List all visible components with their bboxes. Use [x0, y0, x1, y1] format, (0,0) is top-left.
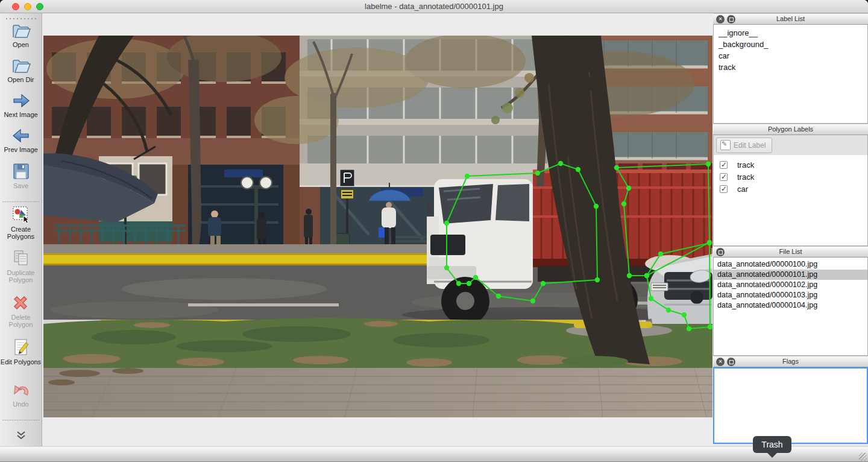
duplicate-documents-icon	[11, 248, 31, 268]
annotation-vertex[interactable]	[614, 165, 619, 170]
double-chevron-down-icon	[16, 432, 27, 442]
edit-label-button[interactable]: Edit Label	[716, 138, 772, 153]
file-list-item[interactable]: data_annotated/00000103.jpg	[714, 290, 867, 300]
resize-grip[interactable]	[859, 453, 867, 461]
panel-title: Flags	[713, 358, 868, 365]
toolbar-item-label: Duplicate Polygon	[1, 269, 42, 283]
create-polygons-icon	[11, 205, 31, 224]
toolbar-item-label: Undo	[1, 400, 42, 408]
polygon-label-row[interactable]: track	[714, 159, 867, 171]
window-title: labelme - data_annotated/00000101.jpg	[0, 2, 868, 11]
label-list-header[interactable]: Label List	[713, 13, 868, 25]
tooltip-tail	[767, 452, 778, 458]
file-list-item[interactable]: data_annotated/00000104.jpg	[714, 300, 867, 311]
annotation-vertex[interactable]	[535, 171, 540, 176]
visibility-checkbox[interactable]	[720, 161, 728, 169]
polygon-label-row[interactable]: car	[714, 183, 867, 195]
next-image-button[interactable]: Next Image	[0, 92, 42, 127]
annotation-vertex[interactable]	[626, 186, 631, 191]
undo-button[interactable]: Undo	[0, 381, 42, 417]
label-list-item[interactable]: _background_	[714, 39, 867, 51]
annotation-vertex[interactable]	[687, 326, 691, 331]
toolbar-separator	[2, 201, 39, 203]
save-button[interactable]: Save	[0, 162, 42, 199]
create-polygons-button[interactable]: Create Polygons	[0, 205, 42, 248]
prev-image-button[interactable]: Prev Image	[0, 127, 42, 162]
street-scene	[43, 36, 712, 417]
toolbar: Open Open Dir Next Image Prev Image	[0, 13, 42, 446]
visibility-checkbox[interactable]	[720, 173, 728, 181]
annotation-vertex[interactable]	[541, 281, 546, 286]
toolbar-item-label: Delete Polygon	[1, 314, 42, 328]
open-button[interactable]: Open	[0, 22, 42, 57]
file-list[interactable]: data_annotated/00000100.jpgdata_annotate…	[713, 258, 868, 356]
file-list-item[interactable]: data_annotated/00000101.jpg	[714, 270, 867, 280]
annotation-vertex[interactable]	[595, 277, 600, 282]
annotation-vertex[interactable]	[708, 324, 712, 329]
title-bar[interactable]: labelme - data_annotated/00000101.jpg	[0, 0, 868, 13]
toolbar-overflow-button[interactable]	[0, 431, 42, 443]
visibility-checkbox[interactable]	[720, 185, 728, 193]
annotation-vertex[interactable]	[576, 167, 580, 172]
annotation-vertex[interactable]	[682, 312, 687, 317]
toolbar-drag-handle[interactable]	[4, 14, 38, 22]
toolbar-item-label: Save	[1, 182, 42, 189]
polygon-label-text: track	[737, 160, 754, 169]
open-folder-icon	[11, 22, 31, 40]
duplicate-polygon-button[interactable]: Duplicate Polygon	[0, 248, 42, 293]
edit-page-pencil-icon	[11, 338, 31, 357]
dock-panels: Label List __ignore___background_cartrac…	[713, 13, 868, 446]
open-dir-folder-icon	[11, 57, 31, 75]
panel-title: Polygon Labels	[713, 125, 868, 133]
flags-header[interactable]: Flags	[713, 356, 868, 367]
label-list-item[interactable]: car	[714, 51, 867, 62]
undo-arrow-icon	[11, 381, 31, 399]
file-list-item[interactable]: data_annotated/00000100.jpg	[714, 259, 867, 270]
polygon-labels-header[interactable]: Polygon Labels	[713, 124, 868, 135]
annotation-vertex[interactable]	[707, 241, 712, 245]
delete-polygon-button[interactable]: Delete Polygon	[0, 293, 42, 338]
file-list-item[interactable]: data_annotated/00000102.jpg	[714, 280, 867, 290]
panel-title: Label List	[713, 15, 868, 22]
polygon-label-text: track	[737, 172, 754, 182]
toolbar-item-label: Edit Polygons	[1, 358, 42, 365]
image-canvas[interactable]	[42, 13, 713, 446]
edit-polygons-button[interactable]: Edit Polygons	[0, 338, 42, 381]
annotated-photo[interactable]	[43, 36, 712, 417]
toolbar-item-label: Open	[1, 41, 42, 48]
trash-tooltip-text: Trash	[761, 440, 782, 449]
annotation-vertex[interactable]	[621, 201, 626, 206]
annotation-vertex[interactable]	[706, 162, 711, 166]
polygon-label-text: car	[737, 185, 748, 194]
annotation-vertex[interactable]	[594, 204, 599, 209]
annotation-vertex[interactable]	[649, 296, 653, 301]
polygon-labels-list[interactable]: track track car	[713, 155, 868, 246]
annotation-vertex[interactable]	[467, 281, 471, 286]
file-list-header[interactable]: File List	[713, 246, 868, 258]
toolbar-item-label: Create Polygons	[1, 226, 42, 240]
toolbar-item-label: Prev Image	[1, 146, 42, 153]
annotation-vertex[interactable]	[496, 294, 501, 299]
polygon-label-row[interactable]: track	[714, 171, 867, 183]
trash-tooltip: Trash	[753, 436, 791, 453]
annotation-vertex[interactable]	[644, 273, 649, 278]
annotation-vertex[interactable]	[444, 265, 449, 270]
annotation-vertex[interactable]	[465, 174, 470, 179]
annotation-vertex[interactable]	[530, 299, 535, 303]
annotation-vertex[interactable]	[627, 273, 632, 278]
annotation-vertex[interactable]	[658, 252, 663, 256]
annotation-vertex[interactable]	[666, 308, 671, 312]
label-list[interactable]: __ignore___background_cartrack	[713, 25, 868, 124]
flags-list[interactable]	[713, 367, 868, 444]
label-list-item[interactable]: __ignore__	[714, 28, 867, 39]
annotation-vertex[interactable]	[444, 221, 449, 226]
floppy-disk-icon	[11, 162, 31, 181]
annotation-vertex[interactable]	[473, 275, 478, 280]
edit-label-button-text: Edit Label	[734, 141, 766, 150]
open-dir-button[interactable]: Open Dir	[0, 57, 42, 92]
annotation-vertex[interactable]	[558, 161, 563, 166]
label-list-item[interactable]: track	[714, 62, 867, 74]
status-bar	[0, 446, 868, 462]
annotation-vertex[interactable]	[456, 281, 461, 286]
arrow-right-icon	[11, 92, 31, 110]
